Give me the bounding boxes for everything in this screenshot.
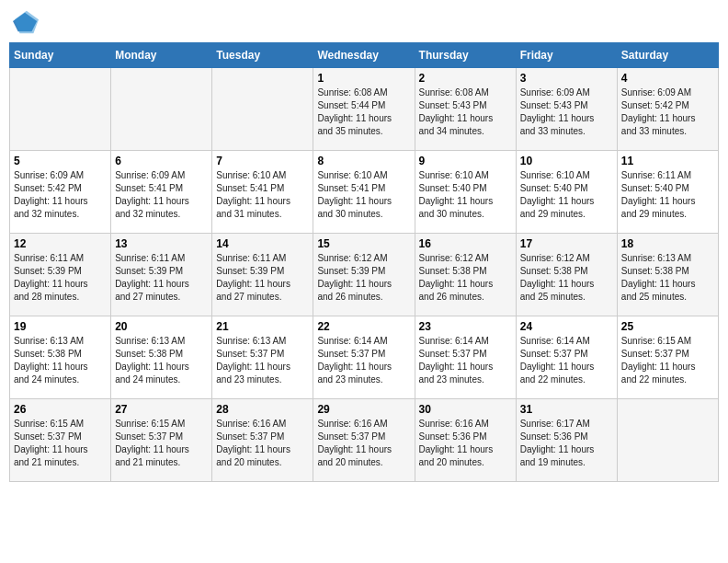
day-info: Sunrise: 6:08 AM Sunset: 5:43 PM Dayligh… bbox=[419, 86, 512, 138]
day-number: 18 bbox=[621, 237, 714, 250]
day-info: Sunrise: 6:10 AM Sunset: 5:40 PM Dayligh… bbox=[419, 169, 512, 221]
calendar-cell bbox=[111, 68, 212, 151]
logo bbox=[13, 9, 42, 35]
day-info: Sunrise: 6:11 AM Sunset: 5:39 PM Dayligh… bbox=[216, 252, 309, 304]
calendar-cell: 5Sunrise: 6:09 AM Sunset: 5:42 PM Daylig… bbox=[10, 151, 111, 234]
day-number: 2 bbox=[419, 72, 512, 85]
day-info: Sunrise: 6:16 AM Sunset: 5:37 PM Dayligh… bbox=[317, 418, 410, 469]
day-number: 25 bbox=[621, 320, 714, 333]
day-info: Sunrise: 6:15 AM Sunset: 5:37 PM Dayligh… bbox=[621, 335, 714, 386]
day-info: Sunrise: 6:10 AM Sunset: 5:41 PM Dayligh… bbox=[216, 169, 309, 221]
calendar-cell: 13Sunrise: 6:11 AM Sunset: 5:39 PM Dayli… bbox=[111, 234, 212, 316]
calendar-cell: 2Sunrise: 6:08 AM Sunset: 5:43 PM Daylig… bbox=[415, 68, 516, 151]
day-number: 15 bbox=[317, 237, 410, 250]
day-number: 10 bbox=[520, 155, 613, 167]
calendar-week-4: 19Sunrise: 6:13 AM Sunset: 5:38 PM Dayli… bbox=[10, 316, 719, 399]
calendar-cell: 8Sunrise: 6:10 AM Sunset: 5:41 PM Daylig… bbox=[313, 151, 415, 234]
calendar-cell: 31Sunrise: 6:17 AM Sunset: 5:36 PM Dayli… bbox=[516, 399, 617, 482]
day-number: 31 bbox=[520, 403, 613, 416]
day-info: Sunrise: 6:14 AM Sunset: 5:37 PM Dayligh… bbox=[419, 335, 512, 386]
day-info: Sunrise: 6:13 AM Sunset: 5:38 PM Dayligh… bbox=[14, 335, 107, 386]
calendar-week-1: 1Sunrise: 6:08 AM Sunset: 5:44 PM Daylig… bbox=[10, 68, 719, 151]
calendar-cell: 9Sunrise: 6:10 AM Sunset: 5:40 PM Daylig… bbox=[415, 151, 516, 234]
calendar-cell: 30Sunrise: 6:16 AM Sunset: 5:36 PM Dayli… bbox=[415, 399, 516, 482]
day-of-week-friday: Friday bbox=[516, 43, 617, 68]
day-number: 19 bbox=[14, 320, 107, 333]
day-info: Sunrise: 6:10 AM Sunset: 5:40 PM Dayligh… bbox=[520, 169, 613, 221]
calendar-cell: 21Sunrise: 6:13 AM Sunset: 5:37 PM Dayli… bbox=[212, 316, 313, 399]
calendar-cell: 19Sunrise: 6:13 AM Sunset: 5:38 PM Dayli… bbox=[10, 316, 111, 399]
day-info: Sunrise: 6:09 AM Sunset: 5:43 PM Dayligh… bbox=[520, 86, 613, 138]
day-number: 1 bbox=[317, 72, 410, 85]
day-info: Sunrise: 6:09 AM Sunset: 5:42 PM Dayligh… bbox=[14, 169, 107, 221]
calendar-cell: 14Sunrise: 6:11 AM Sunset: 5:39 PM Dayli… bbox=[212, 234, 313, 316]
day-number: 5 bbox=[14, 155, 107, 167]
day-number: 13 bbox=[115, 237, 208, 250]
day-info: Sunrise: 6:12 AM Sunset: 5:38 PM Dayligh… bbox=[520, 252, 613, 304]
day-number: 21 bbox=[216, 320, 309, 333]
calendar-cell: 28Sunrise: 6:16 AM Sunset: 5:37 PM Dayli… bbox=[212, 399, 313, 482]
calendar-header: SundayMondayTuesdayWednesdayThursdayFrid… bbox=[10, 43, 719, 68]
day-number: 7 bbox=[216, 155, 309, 167]
calendar-cell: 17Sunrise: 6:12 AM Sunset: 5:38 PM Dayli… bbox=[516, 234, 617, 316]
day-number: 28 bbox=[216, 403, 309, 416]
calendar-cell: 3Sunrise: 6:09 AM Sunset: 5:43 PM Daylig… bbox=[516, 68, 617, 151]
day-number: 30 bbox=[419, 403, 512, 416]
day-number: 14 bbox=[216, 237, 309, 250]
day-info: Sunrise: 6:09 AM Sunset: 5:41 PM Dayligh… bbox=[115, 169, 208, 221]
calendar-cell: 1Sunrise: 6:08 AM Sunset: 5:44 PM Daylig… bbox=[313, 68, 415, 151]
day-number: 4 bbox=[621, 72, 714, 85]
calendar-cell: 22Sunrise: 6:14 AM Sunset: 5:37 PM Dayli… bbox=[313, 316, 415, 399]
calendar-cell bbox=[10, 68, 111, 151]
calendar-cell: 29Sunrise: 6:16 AM Sunset: 5:37 PM Dayli… bbox=[313, 399, 415, 482]
calendar-week-2: 5Sunrise: 6:09 AM Sunset: 5:42 PM Daylig… bbox=[10, 151, 719, 234]
day-info: Sunrise: 6:16 AM Sunset: 5:37 PM Dayligh… bbox=[216, 418, 309, 469]
day-number: 8 bbox=[317, 155, 410, 167]
day-of-week-monday: Monday bbox=[111, 43, 212, 68]
calendar-cell: 7Sunrise: 6:10 AM Sunset: 5:41 PM Daylig… bbox=[212, 151, 313, 234]
day-number: 16 bbox=[419, 237, 512, 250]
day-info: Sunrise: 6:13 AM Sunset: 5:38 PM Dayligh… bbox=[115, 335, 208, 386]
day-number: 29 bbox=[317, 403, 410, 416]
day-info: Sunrise: 6:08 AM Sunset: 5:44 PM Dayligh… bbox=[317, 86, 410, 138]
calendar-cell bbox=[617, 399, 718, 482]
day-info: Sunrise: 6:13 AM Sunset: 5:37 PM Dayligh… bbox=[216, 335, 309, 386]
day-number: 6 bbox=[115, 155, 208, 167]
day-of-week-tuesday: Tuesday bbox=[212, 43, 313, 68]
day-number: 24 bbox=[520, 320, 613, 333]
calendar-week-5: 26Sunrise: 6:15 AM Sunset: 5:37 PM Dayli… bbox=[10, 399, 719, 482]
calendar-table: SundayMondayTuesdayWednesdayThursdayFrid… bbox=[9, 42, 719, 482]
calendar-cell: 16Sunrise: 6:12 AM Sunset: 5:38 PM Dayli… bbox=[415, 234, 516, 316]
day-number: 11 bbox=[621, 155, 714, 167]
days-of-week-row: SundayMondayTuesdayWednesdayThursdayFrid… bbox=[10, 43, 719, 68]
day-number: 9 bbox=[419, 155, 512, 167]
day-info: Sunrise: 6:16 AM Sunset: 5:36 PM Dayligh… bbox=[419, 418, 512, 469]
day-number: 3 bbox=[520, 72, 613, 85]
day-info: Sunrise: 6:12 AM Sunset: 5:39 PM Dayligh… bbox=[317, 252, 410, 304]
calendar-cell: 18Sunrise: 6:13 AM Sunset: 5:38 PM Dayli… bbox=[617, 234, 718, 316]
day-info: Sunrise: 6:15 AM Sunset: 5:37 PM Dayligh… bbox=[14, 418, 107, 469]
calendar-cell: 6Sunrise: 6:09 AM Sunset: 5:41 PM Daylig… bbox=[111, 151, 212, 234]
day-info: Sunrise: 6:11 AM Sunset: 5:40 PM Dayligh… bbox=[621, 169, 714, 221]
day-number: 12 bbox=[14, 237, 107, 250]
day-number: 23 bbox=[419, 320, 512, 333]
day-info: Sunrise: 6:17 AM Sunset: 5:36 PM Dayligh… bbox=[520, 418, 613, 469]
calendar-cell: 25Sunrise: 6:15 AM Sunset: 5:37 PM Dayli… bbox=[617, 316, 718, 399]
day-of-week-wednesday: Wednesday bbox=[313, 43, 415, 68]
day-info: Sunrise: 6:12 AM Sunset: 5:38 PM Dayligh… bbox=[419, 252, 512, 304]
calendar-cell: 27Sunrise: 6:15 AM Sunset: 5:37 PM Dayli… bbox=[111, 399, 212, 482]
day-info: Sunrise: 6:15 AM Sunset: 5:37 PM Dayligh… bbox=[115, 418, 208, 469]
calendar-cell: 15Sunrise: 6:12 AM Sunset: 5:39 PM Dayli… bbox=[313, 234, 415, 316]
logo-icon bbox=[13, 9, 39, 35]
day-number: 22 bbox=[317, 320, 410, 333]
day-info: Sunrise: 6:11 AM Sunset: 5:39 PM Dayligh… bbox=[14, 252, 107, 304]
calendar-cell: 24Sunrise: 6:14 AM Sunset: 5:37 PM Dayli… bbox=[516, 316, 617, 399]
day-number: 26 bbox=[14, 403, 107, 416]
day-info: Sunrise: 6:14 AM Sunset: 5:37 PM Dayligh… bbox=[317, 335, 410, 386]
day-info: Sunrise: 6:13 AM Sunset: 5:38 PM Dayligh… bbox=[621, 252, 714, 304]
calendar-cell: 4Sunrise: 6:09 AM Sunset: 5:42 PM Daylig… bbox=[617, 68, 718, 151]
calendar-cell: 10Sunrise: 6:10 AM Sunset: 5:40 PM Dayli… bbox=[516, 151, 617, 234]
day-number: 27 bbox=[115, 403, 208, 416]
calendar-cell: 23Sunrise: 6:14 AM Sunset: 5:37 PM Dayli… bbox=[415, 316, 516, 399]
calendar-week-3: 12Sunrise: 6:11 AM Sunset: 5:39 PM Dayli… bbox=[10, 234, 719, 316]
